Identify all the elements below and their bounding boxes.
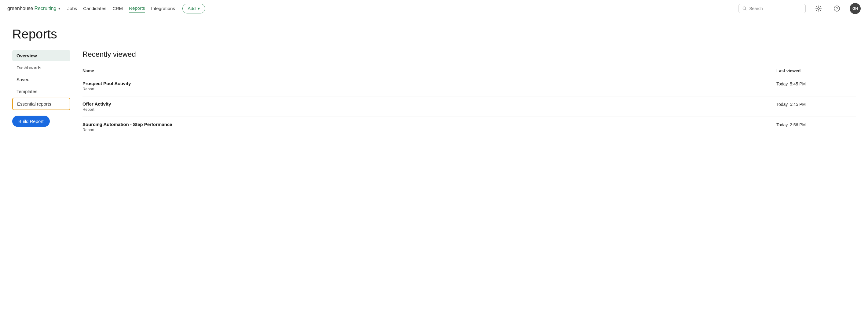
svg-point-2 bbox=[817, 8, 819, 9]
build-report-button[interactable]: Build Report bbox=[12, 116, 50, 127]
nav-jobs[interactable]: Jobs bbox=[67, 5, 77, 12]
col-header-name: Name bbox=[83, 68, 776, 73]
table-header: Name Last viewed bbox=[83, 66, 856, 76]
main-content: Recently viewed Name Last viewed Prospec… bbox=[83, 50, 856, 137]
row-last-viewed: Today, 5:45 PM bbox=[776, 101, 856, 107]
settings-button[interactable] bbox=[813, 3, 824, 14]
brand-chevron-icon: ▾ bbox=[58, 6, 60, 11]
row-name-col: Sourcing Automation - Step Performance R… bbox=[83, 122, 776, 132]
help-icon: ? bbox=[834, 5, 840, 11]
col-header-last-viewed: Last viewed bbox=[776, 68, 856, 73]
row-name-col: Offer Activity Report bbox=[83, 101, 776, 112]
row-subtitle: Report bbox=[83, 128, 776, 132]
search-input[interactable] bbox=[749, 6, 802, 11]
svg-line-1 bbox=[745, 9, 746, 10]
recently-viewed-title: Recently viewed bbox=[83, 50, 856, 59]
top-nav: greenhouse Recruiting ▾ Jobs Candidates … bbox=[0, 0, 868, 17]
add-button[interactable]: Add ▾ bbox=[182, 4, 205, 13]
row-title: Offer Activity bbox=[83, 101, 776, 106]
row-subtitle: Report bbox=[83, 87, 776, 91]
help-button[interactable]: ? bbox=[831, 3, 842, 14]
nav-links: Jobs Candidates CRM Reports Integrations bbox=[67, 4, 175, 12]
sidebar-item-essential-reports[interactable]: Essential reports bbox=[12, 98, 70, 110]
row-subtitle: Report bbox=[83, 107, 776, 112]
avatar-button[interactable]: GH bbox=[850, 3, 861, 14]
gear-icon bbox=[815, 5, 822, 11]
brand-logo[interactable]: greenhouse Recruiting ▾ bbox=[7, 6, 60, 11]
row-last-viewed: Today, 5:45 PM bbox=[776, 81, 856, 87]
page-container: Reports Overview Dashboards Saved Templa… bbox=[0, 17, 868, 147]
sidebar-item-saved[interactable]: Saved bbox=[12, 74, 70, 85]
svg-text:?: ? bbox=[836, 7, 838, 11]
table-row[interactable]: Sourcing Automation - Step Performance R… bbox=[83, 117, 856, 137]
nav-crm[interactable]: CRM bbox=[113, 5, 123, 12]
row-last-viewed: Today, 2:56 PM bbox=[776, 122, 856, 127]
nav-integrations[interactable]: Integrations bbox=[151, 5, 175, 12]
nav-candidates[interactable]: Candidates bbox=[83, 5, 106, 12]
search-bar[interactable] bbox=[739, 4, 806, 13]
content-layout: Overview Dashboards Saved Templates Esse… bbox=[12, 50, 856, 137]
sidebar: Overview Dashboards Saved Templates Esse… bbox=[12, 50, 70, 137]
sidebar-item-overview[interactable]: Overview bbox=[12, 50, 70, 61]
row-name-col: Prospect Pool Activity Report bbox=[83, 81, 776, 91]
sidebar-item-templates[interactable]: Templates bbox=[12, 86, 70, 97]
search-icon bbox=[742, 6, 747, 11]
page-title: Reports bbox=[12, 27, 856, 41]
brand-recruiting-text: Recruiting bbox=[34, 6, 57, 11]
table-row[interactable]: Offer Activity Report Today, 5:45 PM bbox=[83, 96, 856, 117]
row-title: Sourcing Automation - Step Performance bbox=[83, 122, 776, 127]
nav-reports[interactable]: Reports bbox=[129, 4, 145, 12]
brand-greenhouse-text: greenhouse bbox=[7, 6, 33, 11]
row-title: Prospect Pool Activity bbox=[83, 81, 776, 86]
table-row[interactable]: Prospect Pool Activity Report Today, 5:4… bbox=[83, 76, 856, 96]
sidebar-item-dashboards[interactable]: Dashboards bbox=[12, 62, 70, 73]
